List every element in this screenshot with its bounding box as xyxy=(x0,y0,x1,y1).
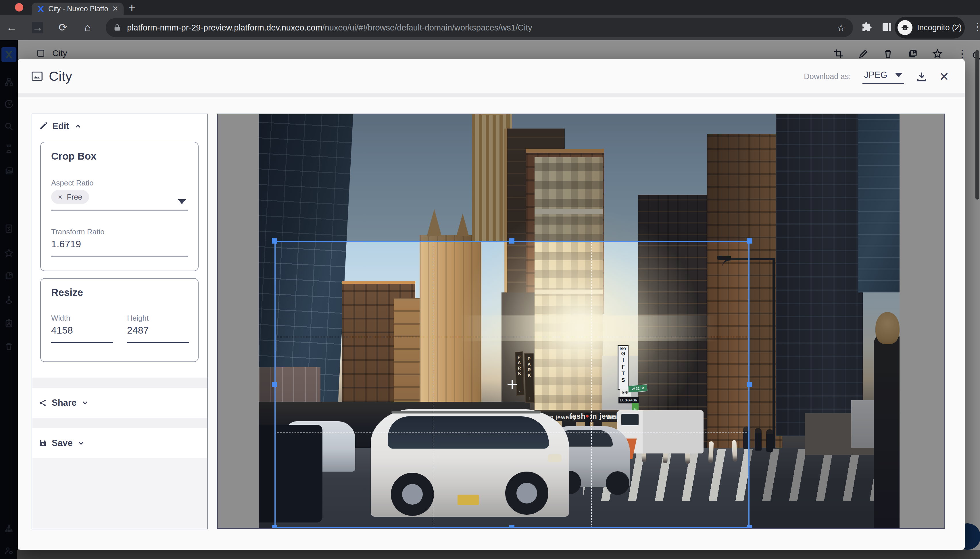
aspect-ratio-underline xyxy=(51,210,188,210)
image-icon xyxy=(30,69,44,83)
image-edit-dialog: City Download as: JPEG ✕ Edit Crop Box A… xyxy=(18,59,965,550)
crop-box-card: Crop Box Aspect Ratio × Free Transform R… xyxy=(40,142,199,271)
crop-handle-middle-right[interactable] xyxy=(747,382,752,387)
new-tab-button[interactable]: + xyxy=(128,0,136,15)
crop-handle-bottom-middle[interactable] xyxy=(509,525,515,528)
aspect-ratio-chip[interactable]: × Free xyxy=(51,190,89,204)
section-divider xyxy=(32,418,207,428)
aspect-ratio-label: Aspect Ratio xyxy=(51,179,93,187)
window-close-button[interactable] xyxy=(15,3,23,12)
crop-handle-bottom-right[interactable] xyxy=(747,525,752,528)
chip-remove-icon[interactable]: × xyxy=(58,193,63,201)
forward-icon[interactable]: → xyxy=(32,22,43,33)
url-text: platform-nmm-pr-29-preview.platform.dev.… xyxy=(127,23,532,33)
crop-handle-middle-left[interactable] xyxy=(272,382,277,387)
width-input[interactable]: 4158 xyxy=(51,325,73,336)
tab-close-icon[interactable]: ✕ xyxy=(112,4,119,13)
download-format-value: JPEG xyxy=(864,70,888,80)
dialog-header-controls: Download as: JPEG ✕ xyxy=(804,69,949,84)
nuxeo-favicon xyxy=(37,5,44,13)
header-divider xyxy=(18,93,965,97)
browser-toolbar: ← → ⟳ ⌂ platform-nmm-pr-29-preview.platf… xyxy=(0,15,980,40)
url-host: platform-nmm-pr-29-preview.platform.dev.… xyxy=(127,23,322,32)
lock-icon xyxy=(113,23,121,31)
home-icon[interactable]: ⌂ xyxy=(84,22,91,33)
crop-handle-top-right[interactable] xyxy=(747,238,752,243)
crop-dim-overlay-top xyxy=(259,114,899,241)
crop-handle-top-left[interactable] xyxy=(272,238,277,243)
tab-title: City - Nuxeo Platform xyxy=(48,5,108,13)
incognito-badge[interactable]: Incognito (2) xyxy=(895,17,965,38)
crop-handle-bottom-left[interactable] xyxy=(272,525,277,528)
transform-ratio-underline xyxy=(51,256,188,256)
pencil-icon xyxy=(38,122,48,131)
save-icon xyxy=(38,439,47,447)
tab-strip: City - Nuxeo Platform ✕ + xyxy=(0,0,980,15)
edit-panel: Edit Crop Box Aspect Ratio × Free Transf… xyxy=(31,114,208,529)
reload-icon[interactable]: ⟳ xyxy=(59,22,68,33)
resize-card: Resize Width 4158 Height 2487 xyxy=(40,278,199,362)
width-label: Width xyxy=(51,314,70,322)
download-icon[interactable] xyxy=(916,71,928,83)
download-as-label: Download as: xyxy=(804,72,851,81)
crop-box-title: Crop Box xyxy=(51,150,97,162)
dialog-title-group: City xyxy=(30,68,72,84)
save-section-label: Save xyxy=(52,438,73,448)
save-section-toggle[interactable]: Save xyxy=(32,428,207,458)
transform-ratio-input[interactable]: 1.6719 xyxy=(51,238,81,250)
browser-tab[interactable]: City - Nuxeo Platform ✕ xyxy=(31,3,124,15)
bookmark-star-icon[interactable]: ☆ xyxy=(837,22,845,34)
resize-title: Resize xyxy=(51,287,83,298)
panel-footer xyxy=(32,458,207,529)
height-underline xyxy=(127,342,189,343)
browser-window: City - Nuxeo Platform ✕ + ← → ⟳ ⌂ platfo… xyxy=(0,0,980,559)
aspect-ratio-dropdown-caret[interactable] xyxy=(178,199,186,204)
share-section-label: Share xyxy=(52,398,76,408)
download-format-select[interactable]: JPEG xyxy=(863,69,904,84)
crop-selection-box[interactable] xyxy=(274,241,749,528)
image-viewer: fashion jewelry fashion jewelry fashion … xyxy=(217,114,945,529)
url-path: /nuxeo/ui/#!/browse/default-domain/works… xyxy=(322,23,532,32)
incognito-icon xyxy=(898,20,912,35)
browser-menu-icon[interactable]: ⋮ xyxy=(973,21,980,33)
incognito-label: Incognito (2) xyxy=(917,23,962,32)
edit-section-toggle[interactable]: Edit xyxy=(38,121,82,131)
extensions-icon[interactable] xyxy=(861,21,873,33)
photo-city-street: fashion jewelry fashion jewelry fashion … xyxy=(259,114,899,528)
chip-label: Free xyxy=(67,193,82,202)
crop-handle-top-middle[interactable] xyxy=(509,238,515,243)
chevron-down-icon xyxy=(81,399,89,407)
chevron-down-icon xyxy=(895,73,902,77)
close-icon[interactable]: ✕ xyxy=(939,71,949,83)
height-input[interactable]: 2487 xyxy=(127,325,149,336)
address-bar[interactable]: platform-nmm-pr-29-preview.platform.dev.… xyxy=(106,18,853,37)
transform-ratio-label: Transform Ratio xyxy=(51,227,104,237)
share-section-toggle[interactable]: Share xyxy=(32,388,207,418)
side-panel-icon[interactable] xyxy=(881,21,893,33)
width-underline xyxy=(51,342,113,343)
height-label: Height xyxy=(127,314,148,322)
chevron-up-icon xyxy=(74,122,82,130)
dialog-title: City xyxy=(49,68,72,84)
share-icon xyxy=(38,399,47,407)
edit-section-label: Edit xyxy=(52,121,69,131)
section-divider xyxy=(32,377,207,388)
crop-dim-overlay-right xyxy=(749,241,899,528)
chevron-down-icon xyxy=(77,439,85,447)
back-icon[interactable]: ← xyxy=(6,22,17,33)
